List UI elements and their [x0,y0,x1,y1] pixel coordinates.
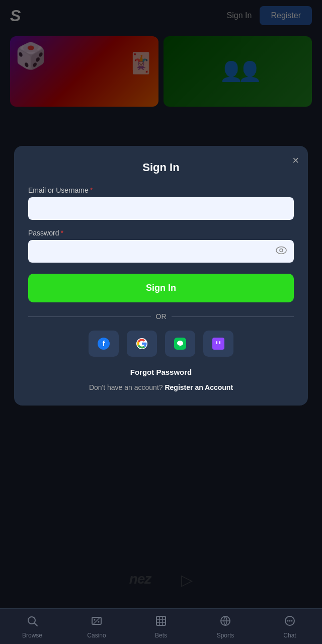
twitch-icon [212,338,224,350]
password-wrapper [28,240,294,263]
or-text: OR [156,312,167,320]
close-button[interactable]: × [292,154,299,167]
facebook-button[interactable]: f [89,331,119,357]
password-label: Password* [28,229,294,237]
sports-icon [219,615,231,630]
svg-line-12 [94,618,100,624]
svg-rect-6 [219,341,220,344]
register-account-text: Don't have an account? Register an Accou… [28,383,294,391]
or-line-left [28,316,151,317]
chat-icon [284,615,296,630]
nav-item-browse[interactable]: Browse [0,609,64,644]
casino-icon [91,615,103,630]
svg-point-10 [94,619,96,621]
browse-icon [26,615,38,630]
svg-point-22 [289,620,291,622]
sports-label: Sports [217,632,234,639]
bets-label: Bets [155,632,167,639]
password-input[interactable] [28,240,294,263]
svg-point-0 [276,247,286,254]
or-divider: OR [28,312,294,320]
nav-item-chat[interactable]: Chat [258,609,322,644]
svg-point-23 [291,620,293,622]
social-buttons: f [28,331,294,357]
sign-in-modal: × Sign In Email or Username* Password* S… [14,146,308,406]
line-button[interactable] [165,331,195,357]
google-button[interactable] [127,331,157,357]
google-icon [136,338,148,350]
email-label: Email or Username* [28,186,294,194]
svg-point-11 [98,621,100,623]
register-account-link[interactable]: Register an Account [165,383,233,391]
line-icon [174,338,186,350]
eye-icon[interactable] [276,246,287,257]
casino-label: Casino [87,632,106,639]
svg-rect-5 [216,341,217,344]
svg-rect-4 [214,339,223,348]
sign-in-button[interactable]: Sign In [28,274,294,302]
svg-point-1 [280,249,283,252]
svg-point-21 [287,620,289,622]
nav-item-sports[interactable]: Sports [193,609,258,644]
chat-label: Chat [283,632,296,639]
nav-item-casino[interactable]: Casino [64,609,129,644]
svg-line-8 [34,623,37,626]
bottom-nav: Browse Casino Bets [0,608,322,644]
facebook-icon: f [98,338,110,350]
modal-title: Sign In [28,161,294,174]
twitch-button[interactable] [203,331,233,357]
email-input[interactable] [28,197,294,220]
browse-label: Browse [22,632,42,639]
or-line-right [172,316,294,317]
forgot-password[interactable]: Forgot Password [28,368,294,376]
bets-icon [155,615,167,630]
nav-item-bets[interactable]: Bets [129,609,193,644]
svg-rect-13 [156,616,166,625]
